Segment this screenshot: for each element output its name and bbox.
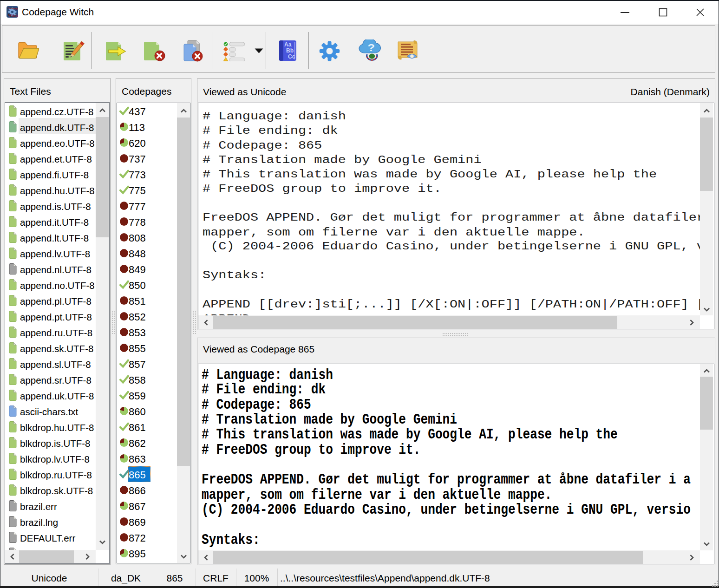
svg-text:Aa: Aa	[284, 41, 292, 48]
svg-text:Bb: Bb	[286, 47, 294, 54]
svg-text:Cc: Cc	[288, 53, 295, 60]
svg-text:?: ?	[368, 42, 375, 53]
svg-text:Codepage: Codepage	[7, 7, 18, 10]
svg-text:Witch: Witch	[8, 13, 18, 18]
